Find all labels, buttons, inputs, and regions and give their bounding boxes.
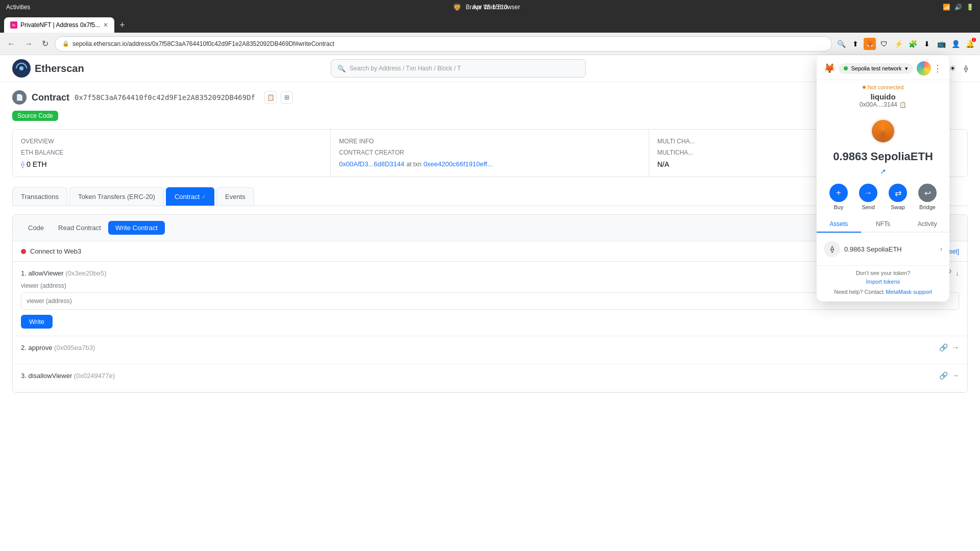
tab-title: PrivateNFT | Address 0x7f5...	[20, 21, 100, 29]
etherscan-logo-text: Etherscan	[35, 63, 84, 74]
mm-tab-nav: Assets NFTs Activity	[817, 216, 949, 233]
back-button[interactable]: ←	[4, 37, 18, 51]
contract-verified-icon: ✓	[202, 194, 206, 199]
share-icon[interactable]: ⬆	[849, 38, 862, 50]
metamask-icon[interactable]: 🦊	[864, 38, 876, 50]
connection-status-dot	[21, 249, 26, 254]
mm-header: 🦊 Sepolia test network ▾ ⋮	[817, 55, 949, 80]
mm-network-selector[interactable]: Sepolia test network ▾	[839, 63, 913, 74]
cast-icon[interactable]: 📺	[935, 38, 947, 50]
url-text: sepolia.etherscan.io/address/0x7f58C3aA7…	[72, 40, 824, 47]
fn-3-link-icon[interactable]: 🔗	[939, 371, 948, 380]
bridge-icon: ↩	[918, 184, 937, 202]
new-tab-button[interactable]: +	[116, 19, 128, 32]
activities-label[interactable]: Activities	[6, 4, 30, 11]
search-icon[interactable]: 🔍	[835, 38, 847, 50]
mm-bridge-btn[interactable]: ↩ Bridge	[918, 184, 937, 210]
fn-1-expand-icon[interactable]: ↓	[955, 269, 959, 277]
metamask-support-link[interactable]: MetaMask support	[886, 289, 932, 295]
etherscan-logo: Etherscan	[12, 59, 84, 78]
download-icon[interactable]: ⬇	[921, 38, 933, 50]
mm-buy-btn[interactable]: + Buy	[829, 184, 848, 210]
mm-account-name: liquido	[824, 92, 942, 101]
datetime: Apr 15 15:10	[473, 4, 508, 11]
asset-chevron-icon: ›	[940, 245, 942, 253]
bridge-label: Bridge	[919, 204, 936, 210]
etherscan-logo-icon	[12, 59, 31, 78]
more-info-card: More Info CONTRACT CREATOR 0x00AfD3...6d…	[331, 130, 649, 177]
shield-icon[interactable]: 🛡	[878, 38, 890, 50]
mm-action-buttons: + Buy → Send ⇄ Swap ↩ Bridge	[817, 180, 949, 216]
eth-amount: 0 ETH	[27, 160, 47, 168]
mm-balance: 0.9863 SepoliaETH	[817, 148, 949, 167]
fn-2-link-icon[interactable]: 🔗	[939, 343, 948, 352]
notification-icon[interactable]: 🔔 1	[964, 38, 976, 50]
browser-tab[interactable]: N PrivateNFT | Address 0x7f5... ✕	[4, 17, 114, 33]
fn-3-expand-icon[interactable]: →	[952, 371, 959, 380]
import-tokens-link[interactable]: Import tokens	[866, 279, 900, 285]
svg-point-1	[19, 66, 23, 70]
tab-favicon: N	[10, 21, 17, 29]
mm-copy-icon[interactable]: 📋	[899, 102, 906, 108]
eth-value: ⟠ 0 ETH	[21, 160, 322, 168]
theme-icon[interactable]: ☀	[949, 64, 956, 72]
tab-contract[interactable]: Contract ✓	[166, 187, 214, 206]
mm-asset-list: ⟠ 0.9863 SepoliaETH ›	[817, 233, 949, 265]
zap-icon[interactable]: ⚡	[892, 38, 904, 50]
tab-bar: N PrivateNFT | Address 0x7f5... ✕ +	[0, 14, 980, 33]
profile-icon[interactable]: 👤	[949, 38, 962, 50]
forward-button[interactable]: →	[21, 37, 36, 51]
swap-icon: ⇄	[889, 184, 907, 202]
search-placeholder: Search by Address / Txn Hash / Block / T	[350, 65, 461, 72]
mm-network-label: Sepolia test network	[851, 65, 901, 71]
mm-tab-activity[interactable]: Activity	[905, 216, 949, 232]
swap-label: Swap	[891, 204, 905, 210]
mm-account-section: Not connected liquido 0x00A....3144 📋	[817, 80, 949, 114]
ethereum-icon[interactable]: ⟠	[964, 64, 968, 72]
need-help-text: Need help? Contact	[834, 289, 884, 295]
header-search[interactable]: 🔍 Search by Address / Txn Hash / Block /…	[331, 59, 586, 78]
mm-tab-nfts[interactable]: NFTs	[861, 216, 905, 232]
sub-tab-write[interactable]: Write Contract	[108, 221, 165, 235]
function-approve: 2. approve (0x095ea7b3) 🔗 →	[13, 336, 967, 364]
tab-events[interactable]: Events	[216, 187, 254, 206]
function-1-title: 1. allowViewer (0x3ee20be5)	[21, 269, 106, 277]
creator-address-link[interactable]: 0x00AfD3...6d8D3144	[339, 160, 404, 168]
buy-label: Buy	[834, 204, 844, 210]
mm-balance-chart-icon[interactable]: ↗	[817, 167, 949, 176]
browser-extension-icons: 🔍 ⬆ 🦊 🛡 ⚡ 🧩 ⬇ 📺 👤 🔔 1	[835, 38, 976, 50]
source-code-badge: Source Code	[12, 111, 58, 121]
mm-more-btn[interactable]: ⋮	[933, 63, 942, 74]
function-2-title: 2. approve (0x095ea7b3)	[21, 344, 95, 352]
txn-hash-link[interactable]: 0xee4200c66f1910eff...	[424, 160, 493, 168]
sub-tab-code[interactable]: Code	[21, 221, 51, 235]
mm-avatar-small[interactable]	[917, 61, 931, 76]
mm-tab-assets[interactable]: Assets	[817, 216, 861, 233]
mm-send-btn[interactable]: → Send	[859, 184, 877, 210]
tab-token-transfers[interactable]: Token Transfers (ERC-20)	[69, 187, 164, 206]
mm-asset-eth[interactable]: ⟠ 0.9863 SepoliaETH ›	[817, 237, 949, 261]
tab-close-btn[interactable]: ✕	[103, 21, 108, 29]
contract-icon: 📄	[12, 90, 27, 105]
write-button[interactable]: Write	[21, 315, 53, 329]
mm-swap-btn[interactable]: ⇄ Swap	[889, 184, 907, 210]
qr-code-btn[interactable]: ⊞	[281, 91, 293, 104]
puzzle-icon[interactable]: 🧩	[906, 38, 919, 50]
reload-button[interactable]: ↻	[39, 37, 52, 51]
tab-transactions[interactable]: Transactions	[12, 187, 67, 206]
overview-card: Overview ETH BALANCE ⟠ 0 ETH	[13, 130, 331, 177]
mm-connection-status: Not connected	[824, 84, 942, 90]
function-3-title: 3. disallowViewer (0x0249477e)	[21, 372, 115, 380]
overview-title: Overview	[21, 138, 322, 145]
copy-address-btn[interactable]: 📋	[264, 91, 277, 104]
at-txn-label: at txn	[406, 161, 421, 168]
eth-asset-icon: ⟠	[824, 241, 840, 257]
contract-creator-label: CONTRACT CREATOR	[339, 149, 640, 156]
address-bar[interactable]: 🔒 sepolia.etherscan.io/address/0x7f58C3a…	[55, 36, 832, 52]
sub-tab-read[interactable]: Read Contract	[51, 221, 108, 235]
connect-web3-label[interactable]: Connect to Web3	[30, 247, 81, 255]
contract-address: 0x7f58C3aA764410f0c42d9F1e2A8352092DB469…	[75, 93, 255, 102]
fn-2-expand-icon[interactable]: →	[952, 343, 959, 352]
send-icon: →	[859, 184, 877, 202]
network-dot	[844, 66, 848, 70]
